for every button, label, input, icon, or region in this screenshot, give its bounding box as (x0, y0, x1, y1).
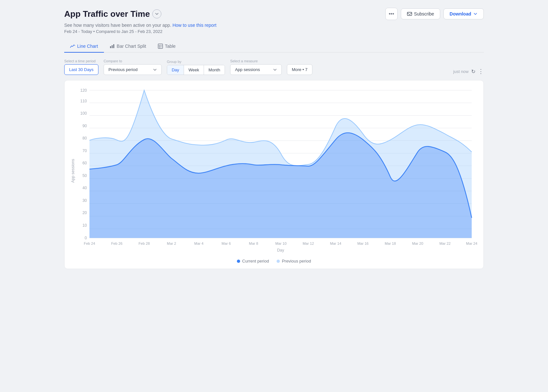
legend-current: Current period (237, 259, 269, 263)
chart-inner: 0 10 20 30 40 50 60 70 80 90 100 110 120… (70, 87, 478, 255)
svg-rect-0 (407, 12, 412, 15)
legend-previous: Previous period (277, 259, 311, 263)
page-container: App Traffic over Time ••• Subscribe Down… (64, 8, 484, 269)
svg-text:0: 0 (85, 236, 87, 240)
refresh-area: just now ↻ ⋮ (453, 68, 484, 75)
svg-text:App sessions: App sessions (71, 159, 75, 183)
groupby-week-button[interactable]: Week (184, 65, 204, 75)
bar-chart-icon (110, 44, 115, 49)
subtitle: See how many visitors have been active o… (64, 23, 484, 28)
legend-previous-dot (277, 260, 280, 263)
svg-text:30: 30 (82, 198, 87, 203)
groupby-month-button[interactable]: Month (204, 65, 225, 75)
svg-text:80: 80 (82, 136, 87, 140)
svg-text:Feb 24: Feb 24 (84, 242, 95, 245)
compare-dropdown[interactable]: Previous period (104, 64, 162, 75)
groupby-control: Group by Day Week Month (167, 60, 225, 75)
svg-text:Mar 12: Mar 12 (303, 242, 314, 245)
groupby-day-button[interactable]: Day (167, 65, 184, 75)
svg-text:Mar 6: Mar 6 (222, 242, 231, 245)
svg-text:110: 110 (80, 99, 87, 103)
svg-text:Mar 4: Mar 4 (194, 242, 204, 245)
chevron-down-icon (153, 68, 157, 72)
title-area: App Traffic over Time (64, 9, 161, 19)
svg-text:40: 40 (82, 186, 87, 190)
svg-text:20: 20 (82, 211, 87, 215)
svg-text:Mar 2: Mar 2 (167, 242, 176, 245)
svg-text:Mar 16: Mar 16 (357, 242, 369, 245)
header-row: App Traffic over Time ••• Subscribe Down… (64, 8, 484, 20)
svg-text:100: 100 (80, 111, 87, 116)
svg-rect-1 (110, 46, 111, 48)
svg-text:10: 10 (82, 223, 87, 228)
tab-table[interactable]: Table (152, 40, 181, 53)
chart-legend: Current period Previous period (70, 259, 478, 263)
chart-container: 0 10 20 30 40 50 60 70 80 90 100 110 120… (64, 80, 484, 269)
svg-text:60: 60 (82, 161, 87, 165)
tabs-row: Line Chart Bar Chart Split Table (64, 40, 484, 53)
chart-options-icon[interactable]: ⋮ (478, 68, 484, 75)
svg-text:Mar 10: Mar 10 (275, 242, 287, 245)
date-range: Feb 24 - Today • Compared to Jan 25 - Fe… (64, 29, 484, 34)
mail-icon (407, 11, 412, 16)
header-actions: ••• Subscribe Download (385, 8, 484, 20)
svg-text:Mar 20: Mar 20 (412, 242, 423, 245)
svg-text:70: 70 (82, 149, 87, 153)
title-chevron-icon[interactable] (152, 9, 161, 18)
svg-rect-2 (112, 45, 113, 48)
svg-rect-4 (158, 44, 163, 48)
chevron-down-icon (473, 12, 478, 16)
chevron-down-icon (273, 68, 277, 72)
svg-text:120: 120 (80, 88, 87, 92)
more-metrics-button[interactable]: More • 7 (287, 64, 312, 75)
svg-text:50: 50 (82, 173, 87, 178)
svg-text:90: 90 (82, 124, 87, 128)
svg-text:Feb 28: Feb 28 (138, 242, 150, 245)
svg-text:Day: Day (277, 248, 285, 252)
svg-text:Mar 24: Mar 24 (466, 242, 477, 245)
measure-control: Select a measure App sessions (230, 59, 282, 75)
svg-text:Mar 18: Mar 18 (385, 242, 396, 245)
group-by-buttons: Day Week Month (167, 65, 225, 75)
chart-svg: 0 10 20 30 40 50 60 70 80 90 100 110 120… (70, 87, 478, 255)
page-title: App Traffic over Time (64, 9, 150, 19)
table-icon (158, 44, 163, 49)
line-chart-icon (70, 44, 75, 49)
measure-dropdown[interactable]: App sessions (230, 64, 282, 75)
refresh-icon[interactable]: ↻ (471, 68, 475, 75)
subscribe-button[interactable]: Subscribe (401, 8, 440, 19)
period-button[interactable]: Last 30 Days (64, 64, 98, 75)
svg-text:Mar 14: Mar 14 (330, 242, 341, 245)
legend-current-dot (237, 260, 240, 263)
svg-text:Feb 26: Feb 26 (111, 242, 123, 245)
svg-text:Mar 8: Mar 8 (249, 242, 258, 245)
help-link[interactable]: How to use this report (172, 23, 216, 28)
svg-rect-3 (113, 44, 114, 48)
period-control: Select a time period Last 30 Days (64, 59, 98, 75)
more-options-button[interactable]: ••• (385, 8, 398, 20)
compare-control: Compare to Previous period (104, 59, 162, 75)
download-button[interactable]: Download (443, 8, 484, 19)
tab-bar-chart[interactable]: Bar Chart Split (104, 40, 152, 53)
tab-line-chart[interactable]: Line Chart (64, 40, 104, 53)
controls-row: Select a time period Last 30 Days Compar… (64, 59, 484, 75)
svg-text:Mar 22: Mar 22 (439, 242, 451, 245)
